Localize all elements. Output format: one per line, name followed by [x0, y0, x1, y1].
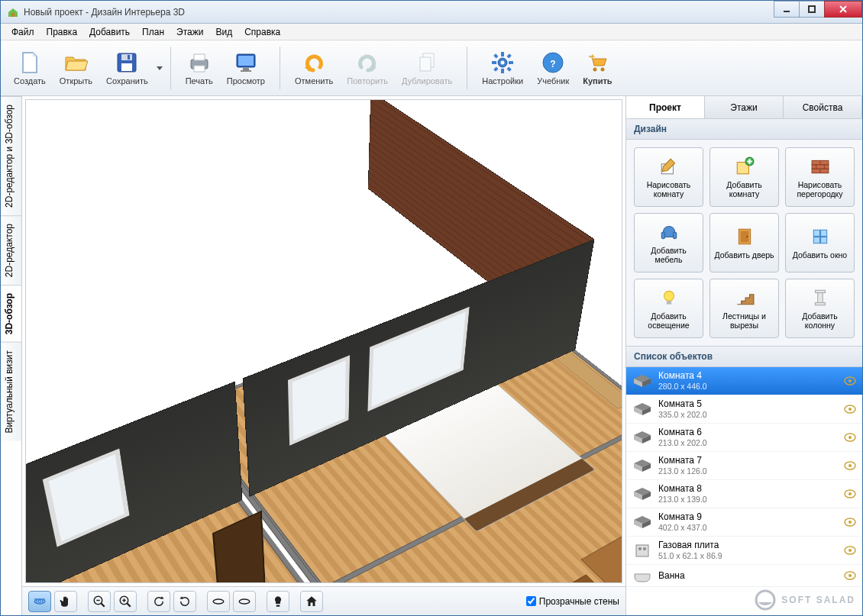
vf-orbit-right-button[interactable] [233, 591, 256, 612]
object-text: Газовая плита51.0 x 62.1 x 86.9 [658, 540, 838, 561]
monitor-icon [234, 50, 258, 75]
object-row[interactable]: Комната 4280.0 x 446.0 [626, 367, 862, 395]
tb-label: Отменить [295, 76, 333, 85]
object-list[interactable]: Комната 4280.0 x 446.0Комната 5335.0 x 2… [626, 367, 862, 615]
side-tab-floors[interactable]: Этажи [705, 96, 784, 118]
menu-вид[interactable]: Вид [209, 24, 238, 40]
maximize-button[interactable] [799, 1, 825, 18]
vtab-vt[interactable]: Виртуальный визит [1, 342, 21, 441]
menu-справка[interactable]: Справка [238, 24, 286, 40]
tb-label: Купить [583, 76, 612, 85]
vtab-2d3d[interactable]: 2D-редактор и 3D-обзор [1, 96, 21, 215]
zoom-in-icon [118, 595, 132, 608]
vf-pan-button[interactable] [54, 591, 77, 612]
menu-этажи[interactable]: Этажи [170, 24, 209, 40]
object-row[interactable]: Газовая плита51.0 x 62.1 x 86.9 [626, 537, 862, 565]
design-card-add-room[interactable]: Добавить комнату [709, 147, 779, 207]
object-row[interactable]: Комната 7213.0 x 126.0 [626, 452, 862, 480]
dc-label: Нарисовать перегородку [786, 180, 854, 198]
design-card-add-light[interactable]: Добавить освещение [634, 279, 703, 338]
visibility-eye-icon[interactable] [844, 405, 856, 414]
menu-план[interactable]: План [136, 24, 170, 40]
dc-label: Лестницы и вырезы [710, 311, 778, 330]
visibility-eye-icon[interactable] [844, 461, 856, 470]
undo-icon [302, 50, 326, 75]
vf-home-button[interactable] [300, 591, 323, 612]
design-card-add-furn[interactable]: Добавить мебель [634, 213, 703, 273]
vf-zoom-out-button[interactable] [88, 591, 111, 612]
object-row[interactable]: Ванна [626, 565, 862, 587]
object-text: Комната 8213.0 x 139.0 [658, 483, 838, 505]
zoom-out-icon [92, 595, 106, 608]
design-card-draw-wall[interactable]: Нарисовать перегородку [785, 147, 855, 207]
minimize-button[interactable] [774, 1, 800, 18]
object-name: Ванна [658, 570, 838, 581]
vf-rot-left-button[interactable] [147, 591, 170, 612]
print-button[interactable]: Печать [179, 47, 220, 89]
design-card-add-window[interactable]: Добавить окно [785, 213, 855, 273]
duplicate-button: Дублировать [395, 47, 459, 89]
settings-button[interactable]: Настройки [475, 47, 530, 89]
visibility-eye-icon[interactable] [844, 571, 856, 580]
object-text: Комната 4280.0 x 446.0 [658, 370, 838, 392]
close-button[interactable] [824, 1, 862, 18]
design-card-draw-room[interactable]: Нарисовать комнату [634, 147, 703, 207]
redo-button: Повторить [340, 47, 395, 89]
help-button[interactable]: Учебник [530, 47, 576, 89]
transparent-walls-checkbox[interactable]: Прозрачные стены [526, 596, 619, 607]
folder-open-icon [63, 50, 88, 75]
design-card-stairs[interactable]: Лестницы и вырезы [709, 279, 779, 338]
app-window: Новый проект - Дизайн Интерьера 3D ФайлП… [0, 0, 863, 616]
design-card-add-column[interactable]: Добавить колонну [785, 279, 855, 338]
door-icon [734, 226, 755, 247]
visibility-eye-icon[interactable] [844, 489, 856, 498]
menu-правка[interactable]: Правка [40, 24, 84, 40]
side-tab-project[interactable]: Проект [626, 96, 705, 118]
create-button[interactable]: Создать [7, 47, 53, 89]
dc-label: Добавить окно [790, 250, 850, 260]
menu-добавить[interactable]: Добавить [83, 24, 136, 40]
bath-icon [632, 568, 652, 583]
vf-360-button[interactable] [28, 591, 51, 612]
room-icon [632, 430, 652, 445]
vf-zoom-in-button[interactable] [114, 591, 137, 612]
visibility-eye-icon[interactable] [844, 546, 856, 555]
undo-button[interactable]: Отменить [288, 47, 340, 89]
buy-button[interactable]: Купить [576, 47, 619, 89]
save-button[interactable]: Сохранить [99, 47, 155, 89]
visibility-eye-icon[interactable] [844, 376, 856, 385]
transparent-walls-label: Прозрачные стены [539, 596, 619, 607]
tb-label: Повторить [347, 76, 388, 85]
side-tab-props[interactable]: Свойства [784, 96, 862, 118]
visibility-eye-icon[interactable] [844, 433, 856, 442]
menu-файл[interactable]: Файл [5, 24, 40, 40]
vf-light-button[interactable] [267, 591, 289, 612]
vf-orbit-left-button[interactable] [207, 591, 230, 612]
object-text: Ванна [658, 570, 838, 581]
3d-viewport[interactable] [25, 99, 622, 583]
room-icon [632, 373, 652, 389]
visibility-eye-icon[interactable] [844, 518, 856, 527]
dc-label: Добавить мебель [635, 246, 703, 264]
open-button[interactable]: Открыть [53, 47, 99, 89]
dropdown-caret-icon[interactable] [157, 47, 163, 89]
tb-label: Сохранить [106, 76, 148, 85]
dc-label: Нарисовать комнату [635, 180, 703, 198]
gear-icon [490, 50, 515, 75]
object-row[interactable]: Комната 5335.0 x 202.0 [626, 395, 862, 424]
panel-title-objects: Список объектов [626, 346, 862, 367]
vtab-3d[interactable]: 3D-обзор [1, 285, 21, 342]
transparent-walls-input[interactable] [526, 596, 536, 606]
cart-icon [585, 50, 609, 75]
object-name: Комната 8 [658, 483, 838, 494]
orbit-right-icon [238, 595, 251, 608]
pencil-room-icon [658, 156, 680, 177]
object-row[interactable]: Комната 8213.0 x 139.0 [626, 480, 862, 508]
preview-button[interactable]: Просмотр [220, 47, 272, 89]
bulb-icon [271, 595, 285, 608]
vf-rot-right-button[interactable] [173, 591, 196, 612]
object-row[interactable]: Комната 6213.0 x 202.0 [626, 424, 862, 452]
object-row[interactable]: Комната 9402.0 x 437.0 [626, 508, 862, 537]
design-card-add-door[interactable]: Добавить дверь [709, 213, 779, 273]
vtab-2d[interactable]: 2D-редактор [1, 215, 21, 285]
